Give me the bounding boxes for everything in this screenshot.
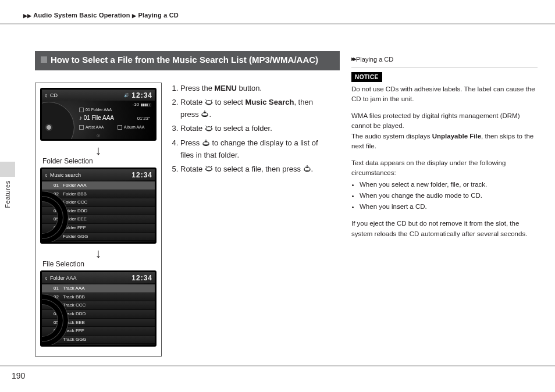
step-2: Rotate to select Music Search, then pres…: [180, 97, 329, 120]
music-note-icon: ♫: [44, 173, 48, 178]
rotate-dial-icon: [205, 97, 213, 109]
note-bullet: When you change the audio mode to CD.: [360, 191, 538, 201]
volume-icon: 🔊: [124, 93, 129, 98]
screen-title: Music search: [50, 172, 131, 178]
screenshot-group: ♫ CD 🔊 12:34 -10▮▮▮▮▯▯ 01 Folder AAA ♪ 0…: [35, 83, 162, 357]
page-number: 190: [12, 371, 25, 380]
note-paragraph: WMA files protected by digital rights ma…: [351, 111, 538, 151]
label-file-selection: File Selection: [42, 260, 158, 268]
divider: [351, 67, 538, 67]
chevron-icon: ▶▶: [23, 13, 31, 19]
step-3: Rotate to select a folder.: [180, 123, 329, 135]
file-name: ♪ 01 File AAA: [79, 115, 114, 121]
screen-title: CD: [50, 92, 124, 98]
label-folder-selection: Folder Selection: [42, 157, 158, 165]
screen-cd-nowplaying: ♫ CD 🔊 12:34 -10▮▮▮▮▯▯ 01 Folder AAA ♪ 0…: [40, 88, 156, 141]
push-dial-icon: [303, 163, 311, 175]
divider: [0, 365, 555, 366]
step-4: Press to change the display to a list of…: [180, 137, 329, 161]
notice-badge: NOTICE: [351, 72, 382, 82]
notes-column: ▶▶ Playing a CD NOTICE Do not use CDs wi…: [351, 55, 538, 246]
breadcrumb-a: Audio System Basic Operation: [33, 12, 130, 19]
artist: Artist AAA: [79, 125, 104, 130]
album: Album AAA: [118, 125, 144, 130]
chevron-icon: ▶: [132, 13, 136, 19]
note-paragraph: Do not use CDs with adhesive labels. The…: [351, 84, 538, 105]
breadcrumb: ▶▶ Audio System Basic Operation ▶ Playin…: [23, 12, 179, 19]
divider: [0, 23, 555, 24]
clock: 12:34: [131, 171, 152, 179]
note-paragraph: If you eject the CD but do not remove it…: [351, 219, 538, 239]
rotate-dial-icon: [205, 163, 213, 175]
note-bullet: When you select a new folder, file, or t…: [360, 180, 538, 190]
push-dial-icon: [201, 109, 209, 120]
screen-file-list: ♫ Folder AAA 12:34 01Track AAA02Track BB…: [40, 270, 156, 347]
rotate-dial-icon: [205, 123, 213, 135]
screen-folder-list: ♫ Music search 12:34 01Folder AAA02Folde…: [40, 168, 156, 244]
chevron-icon: ▶▶: [351, 56, 355, 63]
clock: 12:34: [131, 274, 152, 282]
side-tab-label: Features: [4, 180, 11, 208]
note-paragraph: Text data appears on the display under t…: [351, 158, 538, 179]
instruction-list: Press the MENU button. Rotate to select …: [169, 83, 329, 177]
music-note-icon: ♫: [44, 93, 48, 98]
breadcrumb-b: Playing a CD: [138, 12, 179, 19]
list-item: 01Track AAA: [42, 284, 155, 293]
disc-icon: [40, 102, 74, 141]
step-5: Rotate to select a file, then press .: [180, 163, 329, 176]
db-level: -10▮▮▮▮▯▯: [132, 102, 151, 107]
down-arrow-icon: ↓: [39, 247, 158, 260]
down-arrow-icon: ↓: [39, 144, 158, 157]
track-info: 01 Folder AAA: [79, 108, 112, 112]
clock: 12:34: [131, 91, 152, 99]
push-dial-icon: [202, 138, 210, 149]
music-note-icon: ♫: [44, 276, 48, 281]
side-tab: Features: [0, 177, 15, 212]
note-bullet: When you insert a CD.: [360, 202, 538, 212]
duration: 01'23": [137, 116, 150, 121]
notes-heading: ▶▶ Playing a CD: [351, 55, 538, 65]
screen-title: Folder AAA: [50, 275, 131, 281]
side-tab-shadow: [0, 162, 15, 177]
list-item: 01Folder AAA: [42, 181, 155, 190]
cd-footer-icon: ◎: [97, 133, 100, 138]
note-bullets: When you select a new folder, file, or t…: [351, 180, 538, 212]
step-1: Press the MENU button.: [180, 83, 329, 94]
